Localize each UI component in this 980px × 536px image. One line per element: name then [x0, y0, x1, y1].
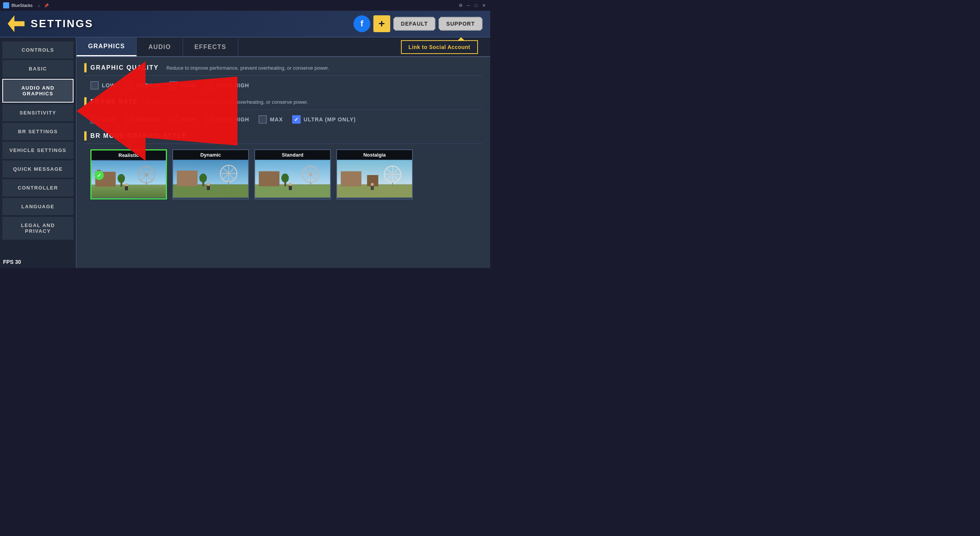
settings-icon[interactable]: ⚙	[457, 2, 464, 9]
style-card-standard[interactable]: Standard	[254, 149, 331, 199]
tab-audio[interactable]: AUDIO	[137, 38, 183, 56]
sidebar-item-quick-message[interactable]: QUICK MESSAGE	[2, 160, 74, 178]
tab-effects[interactable]: EFFECTS	[183, 38, 238, 56]
link-social-container: Link to Social Account	[401, 40, 484, 54]
quality-checkbox-very-high[interactable]	[205, 81, 213, 90]
framerate-checkbox-high[interactable]	[169, 115, 178, 124]
framerate-option-high[interactable]: HIGH	[169, 115, 196, 124]
framerate-option-max[interactable]: MAX	[258, 115, 283, 124]
link-to-social-account-button[interactable]: Link to Social Account	[401, 40, 478, 54]
svg-point-13	[118, 174, 125, 183]
svg-rect-32	[259, 171, 280, 186]
framerate-option-ultra[interactable]: ULTRA (MP Only)	[292, 115, 356, 124]
sidebar-item-controller[interactable]: CONTROLLER	[2, 179, 74, 196]
br-mode-style-title: BR MODE GRAPHIC STYLE	[90, 132, 187, 139]
svg-point-56	[371, 183, 374, 186]
frame-rate-divider	[84, 109, 483, 110]
svg-rect-14	[125, 186, 128, 190]
quality-divider	[84, 75, 483, 76]
framerate-option-low[interactable]: LOW	[90, 115, 116, 124]
svg-rect-2	[92, 185, 166, 198]
graphic-quality-header: GRAPHIC QUALITY Reduce to improve perfor…	[84, 63, 483, 72]
quality-label-medium: MEDIUM	[136, 82, 160, 88]
sidebar: CONTROLS BASIC AUDIO AND GRAPHICS SENSIT…	[0, 38, 77, 268]
quality-label-high: HIGH	[181, 82, 196, 88]
framerate-checkbox-ultra[interactable]	[292, 115, 301, 124]
quality-checkbox-low[interactable]	[90, 81, 99, 90]
sidebar-item-br-settings[interactable]: BR SETTINGS	[2, 123, 74, 140]
framerate-option-very-high[interactable]: VERY HIGH	[205, 115, 249, 124]
app-name: BlueStacks	[11, 3, 33, 8]
sidebar-item-language[interactable]: LANGUAGE	[2, 198, 74, 215]
style-card-realistic-title: Realistic	[92, 150, 166, 160]
sidebar-item-controls[interactable]: CONTROLS	[2, 41, 74, 59]
bluestacks-icon	[3, 2, 9, 8]
add-account-button[interactable]: +	[373, 15, 390, 32]
pin-icon[interactable]: 📌	[44, 3, 49, 8]
main-content: GRAPHICS AUDIO EFFECTS Link to Social Ac…	[77, 38, 490, 268]
minimize-button[interactable]: ─	[465, 2, 472, 9]
style-card-nostalgia[interactable]: Nostalgia	[336, 149, 413, 199]
style-card-realistic-image: ✓	[92, 160, 166, 198]
style-card-nostalgia-title: Nostalgia	[337, 150, 412, 160]
quality-option-high[interactable]: HIGH	[169, 81, 196, 90]
framerate-option-medium[interactable]: MEDIUM	[125, 115, 160, 124]
framerate-checkbox-medium[interactable]	[125, 115, 133, 124]
facebook-button[interactable]: f	[353, 15, 370, 32]
graphic-quality-section: GRAPHIC QUALITY Reduce to improve perfor…	[84, 63, 483, 90]
quality-option-very-high[interactable]: VERY HIGH	[205, 81, 249, 90]
graphic-quality-title: GRAPHIC QUALITY	[90, 64, 159, 71]
settings-header: SETTINGS f + DEFAULT SUPPORT	[0, 11, 490, 38]
section-indicator	[84, 63, 87, 72]
frame-rate-section: FRAME RATE Reduce to improve performance…	[84, 97, 483, 124]
frame-rate-header: FRAME RATE Reduce to improve performance…	[84, 97, 483, 106]
tab-graphics[interactable]: GRAPHICS	[77, 38, 137, 56]
window-controls: ⚙ ─ □ ✕	[457, 2, 487, 9]
framerate-checkbox-max[interactable]	[258, 115, 267, 124]
svg-rect-55	[371, 186, 374, 190]
back-arrow-icon[interactable]	[8, 15, 25, 32]
framerate-label-medium: MEDIUM	[136, 116, 160, 123]
home-icon[interactable]: ⌂	[38, 3, 40, 8]
sidebar-item-basic[interactable]: BASIC	[2, 60, 74, 77]
svg-rect-28	[207, 186, 210, 190]
frame-rate-desc: Reduce to improve performance, prevent o…	[146, 99, 308, 105]
sidebar-item-audio-and-graphics[interactable]: AUDIO AND GRAPHICS	[2, 79, 74, 103]
svg-point-27	[200, 173, 207, 183]
quality-checkbox-medium[interactable]	[125, 81, 133, 90]
header-right: f + DEFAULT SUPPORT	[353, 15, 483, 32]
quality-options-row: LOW MEDIUM HIGH VERY HIGH	[90, 81, 483, 90]
style-card-standard-title: Standard	[255, 150, 330, 160]
style-card-nostalgia-image	[337, 160, 412, 198]
sidebar-item-vehicle-settings[interactable]: VEHICLE SETTINGS	[2, 142, 74, 159]
default-button[interactable]: DEFAULT	[393, 17, 436, 31]
quality-label-very-high: VERY HIGH	[216, 82, 249, 88]
svg-rect-46	[341, 171, 362, 186]
style-card-standard-image	[255, 160, 330, 198]
maximize-button[interactable]: □	[473, 2, 479, 9]
framerate-label-low: LOW	[102, 116, 116, 123]
link-social-arrow	[457, 38, 465, 41]
quality-option-low[interactable]: LOW	[90, 81, 116, 90]
style-card-dynamic-image	[173, 160, 248, 198]
br-mode-style-indicator	[84, 131, 87, 141]
br-mode-style-section: BR MODE GRAPHIC STYLE Realistic ✓	[84, 131, 483, 199]
framerate-checkbox-very-high[interactable]	[205, 115, 213, 124]
settings-body: CONTROLS BASIC AUDIO AND GRAPHICS SENSIT…	[0, 38, 490, 268]
title-bar: BlueStacks ⌂ 📌 ⚙ ─ □ ✕	[0, 0, 490, 11]
style-card-dynamic[interactable]: Dynamic	[172, 149, 249, 199]
selected-check-icon: ✓	[95, 171, 104, 180]
svg-rect-18	[177, 170, 198, 186]
close-button[interactable]: ✕	[480, 2, 487, 9]
framerate-checkbox-low[interactable]	[90, 115, 99, 124]
framerate-label-very-high: VERY HIGH	[216, 116, 249, 123]
sidebar-item-legal-and-privacy[interactable]: LEGAL AND PRIVACY	[2, 217, 74, 240]
support-button[interactable]: SUPPORT	[438, 17, 483, 31]
quality-option-medium[interactable]: MEDIUM	[125, 81, 160, 90]
sidebar-item-sensitivity[interactable]: SENSITIVITY	[2, 104, 74, 121]
style-card-realistic[interactable]: Realistic ✓	[90, 149, 167, 199]
quality-checkbox-high[interactable]	[169, 81, 178, 90]
svg-point-41	[281, 173, 289, 183]
frame-rate-indicator	[84, 97, 87, 106]
frame-rate-options-row: LOW MEDIUM HIGH VERY HIGH	[90, 115, 483, 124]
